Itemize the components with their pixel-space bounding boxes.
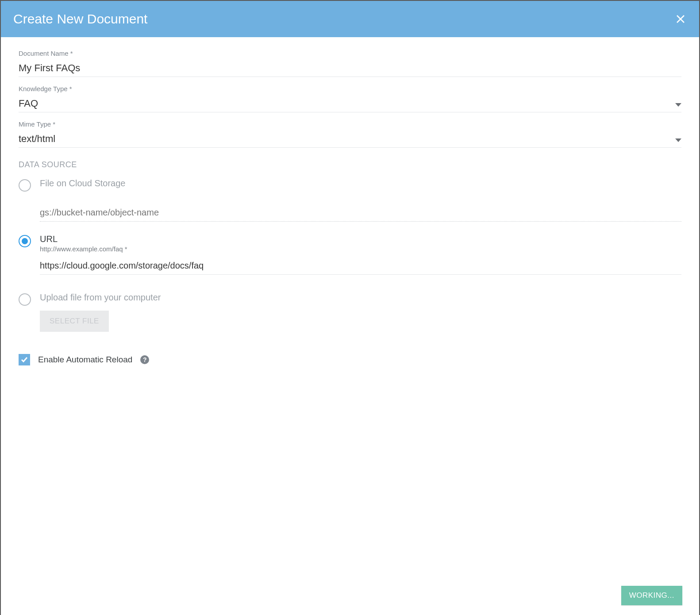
mime-type-select[interactable]: text/html	[19, 131, 681, 148]
cloud-path-input	[40, 204, 681, 222]
document-name-label: Document Name *	[19, 50, 681, 57]
knowledge-type-value: FAQ	[19, 98, 38, 109]
close-icon[interactable]	[674, 13, 687, 25]
svg-marker-2	[675, 103, 681, 107]
radio-cloud-label: File on Cloud Storage	[40, 178, 681, 188]
mime-type-value: text/html	[19, 133, 55, 145]
help-icon[interactable]: ?	[140, 355, 149, 364]
dialog-header: Create New Document	[1, 1, 699, 37]
mime-type-field: Mime Type * text/html	[19, 120, 681, 148]
knowledge-type-select[interactable]: FAQ	[19, 95, 681, 112]
radio-option-cloud: File on Cloud Storage	[19, 178, 681, 192]
select-file-button: SELECT FILE	[40, 311, 109, 332]
working-button[interactable]: WORKING...	[621, 586, 682, 605]
chevron-down-icon	[675, 98, 681, 109]
dialog-footer: WORKING...	[1, 582, 699, 615]
radio-upload[interactable]	[19, 293, 31, 306]
document-name-input[interactable]	[19, 60, 681, 77]
auto-reload-label: Enable Automatic Reload	[38, 355, 132, 365]
knowledge-type-label: Knowledge Type *	[19, 85, 681, 92]
knowledge-type-field: Knowledge Type * FAQ	[19, 85, 681, 112]
radio-url-sublabel: http://www.example.com/faq *	[40, 245, 681, 253]
chevron-down-icon	[675, 133, 681, 145]
svg-marker-3	[675, 138, 681, 142]
create-document-dialog: Create New Document Document Name * Know…	[1, 1, 699, 615]
dialog-title: Create New Document	[13, 12, 147, 27]
radio-cloud[interactable]	[19, 179, 31, 192]
url-input[interactable]	[40, 257, 681, 275]
dialog-body: Document Name * Knowledge Type * FAQ Mim…	[1, 37, 699, 582]
radio-option-upload: Upload file from your computer SELECT FI…	[19, 292, 681, 345]
auto-reload-checkbox[interactable]	[19, 354, 30, 365]
radio-option-url: URL http://www.example.com/faq *	[19, 234, 681, 288]
radio-url-label: URL	[40, 234, 681, 244]
radio-url[interactable]	[19, 235, 31, 247]
radio-upload-label: Upload file from your computer	[40, 292, 681, 303]
mime-type-label: Mime Type *	[19, 120, 681, 128]
auto-reload-row: Enable Automatic Reload ?	[19, 354, 681, 365]
document-name-field: Document Name *	[19, 50, 681, 77]
data-source-header: DATA SOURCE	[19, 160, 681, 169]
